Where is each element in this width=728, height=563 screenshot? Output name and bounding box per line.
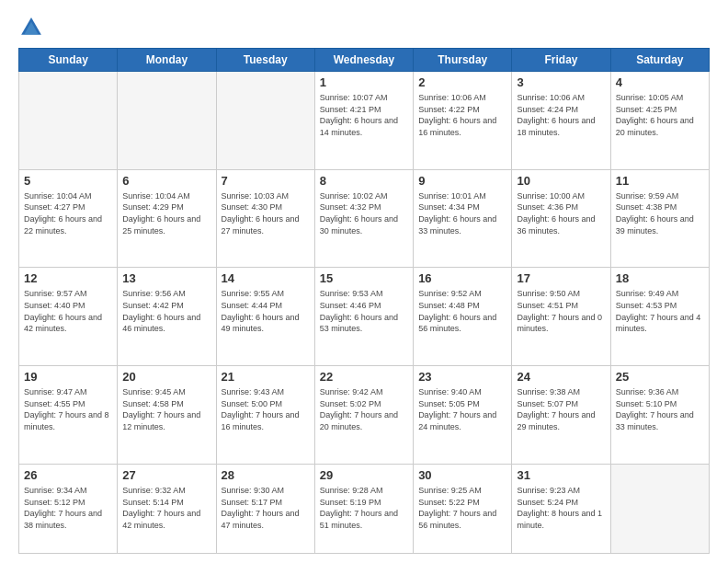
day-info: Sunrise: 9:42 AMSunset: 5:02 PMDaylight:… bbox=[320, 386, 408, 432]
day-info: Sunrise: 10:02 AMSunset: 4:32 PMDaylight… bbox=[320, 190, 408, 236]
day-info: Sunrise: 9:38 AMSunset: 5:07 PMDaylight:… bbox=[517, 386, 605, 432]
calendar-cell: 8Sunrise: 10:02 AMSunset: 4:32 PMDayligh… bbox=[314, 169, 413, 268]
calendar-cell bbox=[118, 72, 216, 170]
day-info: Sunrise: 9:23 AMSunset: 5:24 PMDaylight:… bbox=[517, 485, 605, 531]
calendar-cell: 14Sunrise: 9:55 AMSunset: 4:44 PMDayligh… bbox=[216, 268, 314, 366]
calendar-week-5: 26Sunrise: 9:34 AMSunset: 5:12 PMDayligh… bbox=[19, 464, 710, 553]
day-info: Sunrise: 9:45 AMSunset: 4:58 PMDaylight:… bbox=[122, 386, 210, 432]
day-number: 17 bbox=[517, 271, 605, 285]
day-info: Sunrise: 9:34 AMSunset: 5:12 PMDaylight:… bbox=[24, 485, 112, 531]
header bbox=[18, 15, 710, 40]
day-info: Sunrise: 9:40 AMSunset: 5:05 PMDaylight:… bbox=[418, 386, 506, 432]
calendar-cell: 19Sunrise: 9:47 AMSunset: 4:55 PMDayligh… bbox=[19, 366, 118, 465]
calendar-cell: 5Sunrise: 10:04 AMSunset: 4:27 PMDayligh… bbox=[19, 169, 118, 268]
calendar-cell: 9Sunrise: 10:01 AMSunset: 4:34 PMDayligh… bbox=[414, 169, 512, 268]
calendar-cell: 23Sunrise: 9:40 AMSunset: 5:05 PMDayligh… bbox=[414, 366, 512, 465]
day-number: 6 bbox=[122, 174, 210, 188]
day-info: Sunrise: 9:32 AMSunset: 5:14 PMDaylight:… bbox=[122, 485, 210, 531]
day-number: 28 bbox=[222, 468, 310, 482]
calendar-cell: 3Sunrise: 10:06 AMSunset: 4:24 PMDayligh… bbox=[512, 72, 610, 170]
day-number: 7 bbox=[222, 174, 310, 188]
day-info: Sunrise: 9:28 AMSunset: 5:19 PMDaylight:… bbox=[320, 485, 408, 531]
day-info: Sunrise: 10:05 AMSunset: 4:25 PMDaylight… bbox=[616, 92, 704, 138]
calendar-week-3: 12Sunrise: 9:57 AMSunset: 4:40 PMDayligh… bbox=[19, 268, 710, 366]
day-info: Sunrise: 10:07 AMSunset: 4:21 PMDaylight… bbox=[320, 92, 408, 138]
day-info: Sunrise: 9:43 AMSunset: 5:00 PMDaylight:… bbox=[222, 386, 310, 432]
calendar-cell: 22Sunrise: 9:42 AMSunset: 5:02 PMDayligh… bbox=[314, 366, 413, 465]
calendar-cell: 27Sunrise: 9:32 AMSunset: 5:14 PMDayligh… bbox=[118, 464, 216, 553]
calendar-cell: 1Sunrise: 10:07 AMSunset: 4:21 PMDayligh… bbox=[314, 72, 413, 170]
day-info: Sunrise: 9:55 AMSunset: 4:44 PMDaylight:… bbox=[222, 288, 310, 334]
day-info: Sunrise: 9:50 AMSunset: 4:51 PMDaylight:… bbox=[517, 288, 605, 334]
day-header-tuesday: Tuesday bbox=[216, 49, 314, 72]
day-info: Sunrise: 10:04 AMSunset: 4:29 PMDaylight… bbox=[122, 190, 210, 236]
calendar-week-1: 1Sunrise: 10:07 AMSunset: 4:21 PMDayligh… bbox=[19, 72, 710, 170]
day-info: Sunrise: 9:36 AMSunset: 5:10 PMDaylight:… bbox=[616, 386, 704, 432]
day-number: 25 bbox=[616, 370, 704, 384]
day-header-friday: Friday bbox=[512, 49, 610, 72]
day-number: 21 bbox=[222, 370, 310, 384]
day-info: Sunrise: 9:52 AMSunset: 4:48 PMDaylight:… bbox=[418, 288, 506, 334]
day-number: 15 bbox=[320, 271, 408, 285]
day-number: 9 bbox=[418, 174, 506, 188]
calendar-cell: 15Sunrise: 9:53 AMSunset: 4:46 PMDayligh… bbox=[314, 268, 413, 366]
day-info: Sunrise: 9:30 AMSunset: 5:17 PMDaylight:… bbox=[222, 485, 310, 531]
day-number: 23 bbox=[418, 370, 506, 384]
day-number: 29 bbox=[320, 468, 408, 482]
calendar-cell: 13Sunrise: 9:56 AMSunset: 4:42 PMDayligh… bbox=[118, 268, 216, 366]
logo-icon bbox=[18, 15, 44, 40]
day-info: Sunrise: 10:01 AMSunset: 4:34 PMDaylight… bbox=[418, 190, 506, 236]
day-number: 2 bbox=[418, 75, 506, 89]
day-number: 3 bbox=[517, 75, 605, 89]
calendar-cell: 31Sunrise: 9:23 AMSunset: 5:24 PMDayligh… bbox=[512, 464, 610, 553]
calendar-cell: 24Sunrise: 9:38 AMSunset: 5:07 PMDayligh… bbox=[512, 366, 610, 465]
calendar-cell bbox=[19, 72, 118, 170]
day-info: Sunrise: 10:03 AMSunset: 4:30 PMDaylight… bbox=[222, 190, 310, 236]
day-number: 12 bbox=[24, 271, 112, 285]
calendar-cell: 7Sunrise: 10:03 AMSunset: 4:30 PMDayligh… bbox=[216, 169, 314, 268]
calendar-cell: 2Sunrise: 10:06 AMSunset: 4:22 PMDayligh… bbox=[414, 72, 512, 170]
day-number: 1 bbox=[320, 75, 408, 89]
day-number: 20 bbox=[122, 370, 210, 384]
page: SundayMondayTuesdayWednesdayThursdayFrid… bbox=[0, 0, 728, 563]
day-number: 14 bbox=[222, 271, 310, 285]
day-number: 8 bbox=[320, 174, 408, 188]
calendar-cell: 20Sunrise: 9:45 AMSunset: 4:58 PMDayligh… bbox=[118, 366, 216, 465]
day-number: 19 bbox=[24, 370, 112, 384]
day-info: Sunrise: 9:47 AMSunset: 4:55 PMDaylight:… bbox=[24, 386, 112, 432]
calendar-cell: 10Sunrise: 10:00 AMSunset: 4:36 PMDaylig… bbox=[512, 169, 610, 268]
day-header-thursday: Thursday bbox=[414, 49, 512, 72]
day-number: 18 bbox=[616, 271, 704, 285]
calendar-cell: 17Sunrise: 9:50 AMSunset: 4:51 PMDayligh… bbox=[512, 268, 610, 366]
calendar-cell: 6Sunrise: 10:04 AMSunset: 4:29 PMDayligh… bbox=[118, 169, 216, 268]
day-header-wednesday: Wednesday bbox=[314, 49, 413, 72]
calendar-cell: 28Sunrise: 9:30 AMSunset: 5:17 PMDayligh… bbox=[216, 464, 314, 553]
day-info: Sunrise: 9:49 AMSunset: 4:53 PMDaylight:… bbox=[616, 288, 704, 334]
day-header-sunday: Sunday bbox=[19, 49, 118, 72]
calendar-cell bbox=[216, 72, 314, 170]
day-info: Sunrise: 9:59 AMSunset: 4:38 PMDaylight:… bbox=[616, 190, 704, 236]
day-number: 13 bbox=[122, 271, 210, 285]
day-info: Sunrise: 10:04 AMSunset: 4:27 PMDaylight… bbox=[24, 190, 112, 236]
day-info: Sunrise: 10:06 AMSunset: 4:22 PMDaylight… bbox=[418, 92, 506, 138]
day-number: 5 bbox=[24, 174, 112, 188]
calendar-cell: 29Sunrise: 9:28 AMSunset: 5:19 PMDayligh… bbox=[314, 464, 413, 553]
calendar-cell: 11Sunrise: 9:59 AMSunset: 4:38 PMDayligh… bbox=[610, 169, 709, 268]
day-info: Sunrise: 10:00 AMSunset: 4:36 PMDaylight… bbox=[517, 190, 605, 236]
logo bbox=[18, 15, 48, 40]
calendar-week-4: 19Sunrise: 9:47 AMSunset: 4:55 PMDayligh… bbox=[19, 366, 710, 465]
day-number: 10 bbox=[517, 174, 605, 188]
calendar-cell: 16Sunrise: 9:52 AMSunset: 4:48 PMDayligh… bbox=[414, 268, 512, 366]
calendar-cell: 12Sunrise: 9:57 AMSunset: 4:40 PMDayligh… bbox=[19, 268, 118, 366]
day-info: Sunrise: 9:53 AMSunset: 4:46 PMDaylight:… bbox=[320, 288, 408, 334]
day-header-saturday: Saturday bbox=[610, 49, 709, 72]
calendar-cell bbox=[610, 464, 709, 553]
day-number: 11 bbox=[616, 174, 704, 188]
day-info: Sunrise: 9:25 AMSunset: 5:22 PMDaylight:… bbox=[418, 485, 506, 531]
day-number: 30 bbox=[418, 468, 506, 482]
calendar-cell: 18Sunrise: 9:49 AMSunset: 4:53 PMDayligh… bbox=[610, 268, 709, 366]
calendar-cell: 25Sunrise: 9:36 AMSunset: 5:10 PMDayligh… bbox=[610, 366, 709, 465]
day-number: 27 bbox=[122, 468, 210, 482]
day-info: Sunrise: 10:06 AMSunset: 4:24 PMDaylight… bbox=[517, 92, 605, 138]
day-number: 22 bbox=[320, 370, 408, 384]
